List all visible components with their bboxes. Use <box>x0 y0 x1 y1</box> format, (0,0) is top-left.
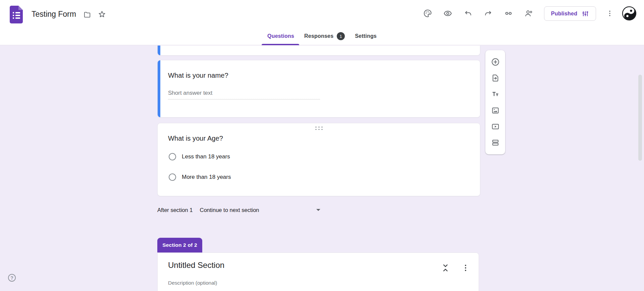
help-icon[interactable]: ? <box>8 274 16 282</box>
radio-option-label[interactable]: Less than 18 years <box>182 153 230 160</box>
selected-indicator <box>158 46 160 55</box>
radio-circle-icon <box>169 153 176 160</box>
tune-icon <box>582 10 589 17</box>
section-more-vert-icon[interactable] <box>461 263 470 273</box>
tab-responses[interactable]: Responses 1 <box>304 32 345 40</box>
add-question-icon[interactable] <box>491 58 500 66</box>
import-questions-icon[interactable] <box>491 74 500 82</box>
insert-toolbar <box>485 50 505 154</box>
short-answer-placeholder: Short answer text <box>168 90 212 96</box>
add-title-icon[interactable] <box>491 90 500 98</box>
dropdown-arrow-icon <box>316 209 320 211</box>
scrollbar-thumb[interactable] <box>638 75 642 161</box>
radio-option: Less than 18 years <box>169 153 230 160</box>
question-card-name[interactable]: What is your name? Short answer text <box>157 60 480 118</box>
question-title[interactable]: What is your name? <box>168 72 228 79</box>
tab-settings[interactable]: Settings <box>355 33 377 39</box>
responses-count-badge: 1 <box>337 32 345 40</box>
preview-eye-icon[interactable] <box>443 9 452 18</box>
undo-icon[interactable] <box>464 9 473 18</box>
short-answer-underline <box>168 99 320 99</box>
radio-circle-icon <box>169 173 176 181</box>
theme-palette-icon[interactable] <box>423 9 432 18</box>
add-collaborators-icon[interactable] <box>524 9 533 18</box>
redo-icon[interactable] <box>484 9 492 18</box>
add-section-icon[interactable] <box>491 138 500 147</box>
section-badge: Section 2 of 2 <box>157 238 202 252</box>
editor-tabs: Questions Responses 1 Settings <box>267 32 377 40</box>
more-vert-icon[interactable] <box>606 9 614 17</box>
radio-option-label[interactable]: More than 18 years <box>182 174 231 180</box>
copy-link-icon[interactable] <box>504 9 513 18</box>
section-title[interactable]: Untitled Section <box>168 261 224 270</box>
selected-indicator <box>158 60 160 117</box>
add-video-icon[interactable] <box>491 122 500 131</box>
question-card-age[interactable]: What is your Age? Less than 18 years Mor… <box>157 123 480 196</box>
logo-fold <box>18 6 23 10</box>
after-section-select[interactable]: Continue to next section <box>200 207 320 213</box>
question-card-partial[interactable] <box>157 46 480 56</box>
google-forms-editor: Testing Form Published <box>0 0 644 291</box>
active-tab-indicator <box>262 44 299 45</box>
tab-questions[interactable]: Questions <box>267 33 294 39</box>
move-to-folder-icon[interactable] <box>83 11 91 19</box>
question-title[interactable]: What is your Age? <box>168 135 223 142</box>
collapse-section-icon[interactable] <box>441 263 450 273</box>
forms-logo-icon[interactable] <box>10 6 23 23</box>
drag-handle-icon[interactable] <box>315 127 322 130</box>
published-label: Published <box>551 11 577 17</box>
after-section-row: After section 1 Continue to next section <box>157 205 320 215</box>
section-description-placeholder[interactable]: Description (optional) <box>168 280 217 286</box>
published-button[interactable]: Published <box>544 6 596 21</box>
after-section-label: After section 1 <box>157 207 193 213</box>
account-avatar[interactable] <box>622 6 637 21</box>
after-section-value: Continue to next section <box>200 207 259 213</box>
add-image-icon[interactable] <box>491 106 500 115</box>
section-header-card[interactable]: Untitled Section Description (optional) <box>157 252 479 291</box>
form-title[interactable]: Testing Form <box>32 10 76 19</box>
star-icon[interactable] <box>98 10 106 19</box>
app-header: Testing Form Published <box>0 0 644 45</box>
radio-option: More than 18 years <box>169 173 231 181</box>
